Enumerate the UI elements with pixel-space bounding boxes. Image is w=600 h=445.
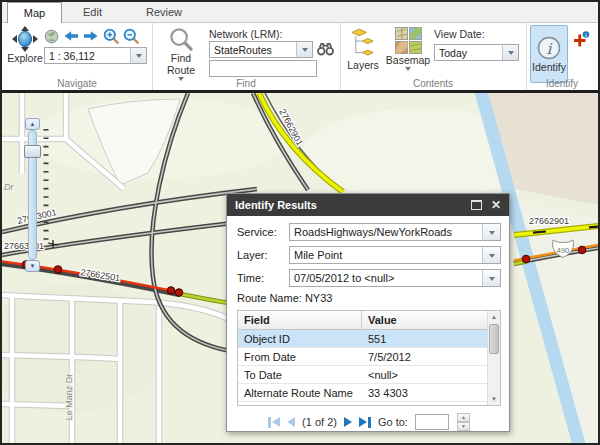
table-row[interactable]: Alternate Route Name 33 4303	[238, 384, 487, 402]
route-name-value: NY33	[305, 292, 333, 304]
dialog-titlebar[interactable]: Identify Results ✕	[227, 194, 509, 216]
zoom-out-icon[interactable]	[123, 28, 139, 44]
find-route-label: Find Route	[160, 52, 202, 76]
explore-button[interactable]: Explore	[6, 26, 44, 64]
zoom-slider-down-button[interactable]: ▼	[25, 260, 40, 272]
goto-page-input[interactable]	[415, 414, 449, 430]
network-dropdown-button[interactable]	[296, 42, 312, 57]
route-name-label: Route Name:	[237, 292, 302, 304]
group-find: Find Route Network (LRM): StateRoutes Fi…	[152, 23, 341, 90]
view-date-dropdown-button[interactable]	[502, 45, 518, 60]
group-navigate: Explore	[2, 23, 153, 90]
identify-options-icon[interactable]: i	[572, 31, 590, 48]
explore-label: Explore	[7, 52, 43, 64]
table-scrollbar[interactable]: ▲ ▼	[487, 311, 500, 405]
back-arrow-icon[interactable]	[63, 29, 79, 43]
svg-text:490: 490	[557, 246, 570, 255]
map-view[interactable]: 490 27663001 27663101 27662501 27662901 …	[2, 90, 598, 443]
field-cell: Alternate Route Name	[238, 387, 362, 399]
next-page-button[interactable]	[344, 417, 352, 427]
find-route-magnifier-icon	[169, 27, 194, 52]
table-row[interactable]: From Date 7/5/2012	[238, 348, 487, 366]
view-date-value: Today	[435, 47, 502, 59]
street-label: Le Manz Dr	[64, 374, 74, 421]
layer-dropdown-button[interactable]	[482, 247, 500, 263]
last-page-button[interactable]	[359, 417, 371, 428]
ribbon-tabbar: Map Edit Review	[2, 2, 598, 23]
zoom-slider-thumb[interactable]	[24, 145, 41, 158]
time-label: Time:	[237, 272, 289, 284]
globe-icon[interactable]	[44, 29, 59, 44]
value-cell: 551	[362, 333, 487, 345]
chevron-down-icon	[489, 254, 495, 261]
group-contents: Layers Basemap View Date: Today	[340, 23, 527, 90]
pagination-bar: (1 of 2) Go to: ▲▼	[237, 413, 501, 431]
service-dropdown-button[interactable]	[482, 224, 500, 240]
time-value: 07/05/2012 to <null>	[290, 270, 482, 286]
zoom-slider[interactable]: ▲ ▼	[24, 118, 41, 272]
route-input[interactable]	[209, 60, 317, 77]
network-lrm-label: Network (LRM):	[209, 28, 283, 40]
basemap-button[interactable]: Basemap	[385, 27, 431, 74]
time-dropdown-button[interactable]	[482, 270, 500, 286]
table-header: Field Value	[238, 311, 500, 330]
scroll-down-icon[interactable]: ▼	[488, 393, 500, 405]
chevron-down-icon	[136, 54, 142, 61]
layers-icon	[351, 27, 376, 59]
basemap-label: Basemap	[386, 54, 430, 66]
navigate-group-label: Navigate	[2, 78, 152, 89]
table-row[interactable]: Object ID 551	[238, 330, 487, 348]
tab-review[interactable]: Review	[123, 2, 205, 22]
binoculars-icon[interactable]	[317, 42, 334, 56]
view-date-label: View Date:	[434, 28, 485, 40]
group-identify: i Identify i Identify	[526, 23, 598, 90]
route-label: 27662901	[529, 216, 569, 226]
network-combobox[interactable]: StateRoutes	[209, 41, 313, 58]
layers-button[interactable]: Layers	[345, 27, 381, 71]
field-cell: To Date	[238, 369, 362, 381]
zoom-slider-up-button[interactable]: ▲	[25, 118, 40, 130]
chevron-down-icon	[489, 277, 495, 284]
identify-label: Identify	[532, 61, 566, 73]
find-route-button[interactable]: Find Route	[160, 27, 202, 84]
first-page-button[interactable]	[268, 417, 280, 428]
value-column-header: Value	[362, 314, 500, 326]
view-date-combobox[interactable]: Today	[434, 44, 519, 61]
street-label: Dr	[4, 182, 14, 192]
identify-info-icon: i	[536, 35, 562, 61]
scale-dropdown-button[interactable]	[130, 48, 146, 63]
dialog-title: Identify Results	[235, 199, 317, 211]
field-column-header: Field	[238, 311, 362, 329]
time-combobox[interactable]: 07/05/2012 to <null>	[289, 269, 501, 287]
map-scale-combobox[interactable]: 1 : 36,112	[44, 47, 147, 64]
zoom-in-icon[interactable]	[103, 28, 119, 44]
spinner-down-icon[interactable]: ▼	[457, 422, 470, 431]
field-cell: Object ID	[238, 333, 362, 345]
layer-value: Mile Point	[290, 247, 482, 263]
chevron-down-icon	[489, 231, 495, 238]
identify-button[interactable]: i Identify	[530, 25, 568, 83]
spinner-up-icon[interactable]: ▲	[457, 413, 470, 422]
table-row	[238, 402, 487, 406]
value-cell: 33 4303	[362, 387, 487, 399]
scrollbar-thumb[interactable]	[489, 324, 499, 354]
tab-edit[interactable]: Edit	[62, 2, 123, 22]
find-group-label: Find	[152, 78, 340, 89]
app-window: Map Edit Review Explore	[0, 0, 600, 445]
forward-arrow-icon[interactable]	[83, 29, 99, 43]
layer-label: Layer:	[237, 249, 289, 261]
basemap-icon	[395, 27, 422, 54]
previous-page-button[interactable]	[287, 417, 295, 427]
identify-group-label: Identify	[526, 78, 598, 89]
layer-combobox[interactable]: Mile Point	[289, 246, 501, 264]
table-row[interactable]: To Date <null>	[238, 366, 487, 384]
service-combobox[interactable]: RoadsHighways/NewYorkRoads	[289, 223, 501, 241]
maximize-icon[interactable]	[471, 200, 482, 210]
page-indicator: (1 of 2)	[302, 416, 337, 428]
network-value: StateRoutes	[210, 44, 296, 56]
close-icon[interactable]: ✕	[491, 199, 501, 211]
chevron-down-icon	[302, 48, 308, 55]
tab-map[interactable]: Map	[7, 2, 62, 23]
scroll-up-icon[interactable]: ▲	[488, 311, 500, 323]
goto-spinner[interactable]: ▲▼	[457, 413, 470, 431]
